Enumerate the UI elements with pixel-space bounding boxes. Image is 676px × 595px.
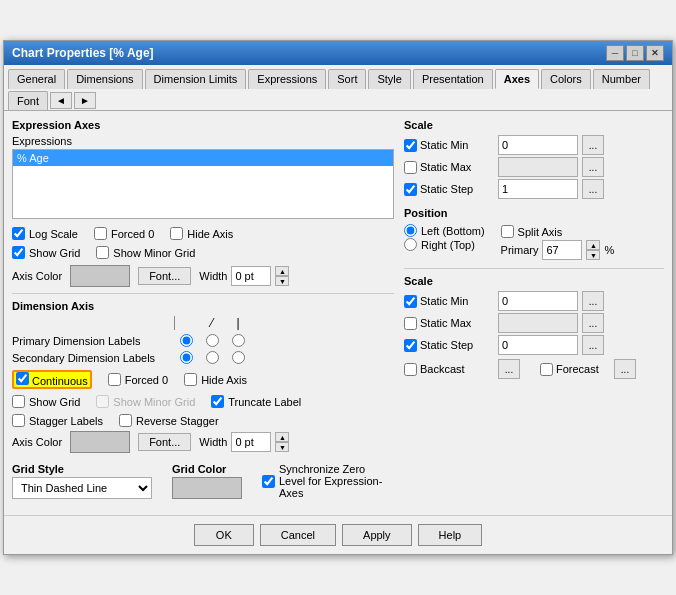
expr-width-up[interactable]: ▲	[275, 266, 289, 276]
grid-style-select[interactable]: Thin Dashed Line Dashed Line Solid Line	[12, 477, 152, 499]
tab-next-button[interactable]: ►	[74, 92, 96, 109]
forced0-dim-input[interactable]	[108, 373, 121, 386]
tab-presentation[interactable]: Presentation	[413, 69, 493, 89]
static-min-expr-input[interactable]	[404, 139, 417, 152]
sync-check[interactable]: Synchronize Zero Level for Expression-Ax…	[262, 463, 394, 499]
tab-axes[interactable]: Axes	[495, 69, 539, 89]
static-step-expr-dots[interactable]: ...	[582, 179, 604, 199]
static-max-expr-value[interactable]	[498, 157, 578, 177]
primary-down[interactable]: ▼	[586, 250, 600, 260]
static-min-expr-dots[interactable]: ...	[582, 135, 604, 155]
static-step-dim-value[interactable]	[498, 335, 578, 355]
secondary-radio-3[interactable]	[232, 351, 245, 364]
static-max-dim-input[interactable]	[404, 317, 417, 330]
show-minor-grid-check[interactable]: Show Minor Grid	[96, 246, 195, 259]
split-axis-input[interactable]	[501, 225, 514, 238]
expressions-listbox[interactable]: % Age	[12, 149, 394, 219]
show-grid-check[interactable]: Show Grid	[12, 246, 80, 259]
static-step-dim-dots[interactable]: ...	[582, 335, 604, 355]
primary-radio-2[interactable]	[206, 334, 219, 347]
tab-dimensions[interactable]: Dimensions	[67, 69, 142, 89]
static-max-expr-input[interactable]	[404, 161, 417, 174]
forced0-dim-check[interactable]: Forced 0	[108, 370, 168, 389]
grid-color-box[interactable]	[172, 477, 242, 499]
forecast-dots[interactable]: ...	[614, 359, 636, 379]
tab-prev-button[interactable]: ◄	[50, 92, 72, 109]
show-grid-input[interactable]	[12, 246, 25, 259]
backcast-check[interactable]: Backcast	[404, 363, 494, 376]
static-max-dim-check[interactable]: Static Max	[404, 317, 494, 330]
primary-up[interactable]: ▲	[586, 240, 600, 250]
forced0-expr-check[interactable]: Forced 0	[94, 227, 154, 240]
tab-general[interactable]: General	[8, 69, 65, 89]
expr-width-input[interactable]	[231, 266, 271, 286]
dim-width-up[interactable]: ▲	[275, 432, 289, 442]
static-min-dim-value[interactable]	[498, 291, 578, 311]
primary-radio-1[interactable]	[180, 334, 193, 347]
truncate-label-check[interactable]: Truncate Label	[211, 395, 301, 408]
truncate-label-input[interactable]	[211, 395, 224, 408]
tab-expressions[interactable]: Expressions	[248, 69, 326, 89]
show-minor-grid-dim-check[interactable]: Show Minor Grid	[96, 395, 195, 408]
primary-value-input[interactable]	[542, 240, 582, 260]
log-scale-input[interactable]	[12, 227, 25, 240]
show-grid-dim-input[interactable]	[12, 395, 25, 408]
static-min-dim-dots[interactable]: ...	[582, 291, 604, 311]
hide-axis-expr-check[interactable]: Hide Axis	[170, 227, 233, 240]
help-button[interactable]: Help	[418, 524, 483, 546]
tab-style[interactable]: Style	[368, 69, 410, 89]
secondary-radio-2[interactable]	[206, 351, 219, 364]
maximize-button[interactable]: □	[626, 45, 644, 61]
show-minor-grid-input[interactable]	[96, 246, 109, 259]
cancel-button[interactable]: Cancel	[260, 524, 336, 546]
sync-input[interactable]	[262, 475, 275, 488]
reverse-stagger-input[interactable]	[119, 414, 132, 427]
forced0-expr-input[interactable]	[94, 227, 107, 240]
expr-font-button[interactable]: Font...	[138, 267, 191, 285]
static-step-dim-input[interactable]	[404, 339, 417, 352]
tab-number[interactable]: Number	[593, 69, 650, 89]
hide-axis-expr-input[interactable]	[170, 227, 183, 240]
static-step-expr-input[interactable]	[404, 183, 417, 196]
expr-width-down[interactable]: ▼	[275, 276, 289, 286]
tab-dimension-limits[interactable]: Dimension Limits	[145, 69, 247, 89]
apply-button[interactable]: Apply	[342, 524, 412, 546]
log-scale-check[interactable]: Log Scale	[12, 227, 78, 240]
expr-axis-color-box[interactable]	[70, 265, 130, 287]
static-step-expr-check[interactable]: Static Step	[404, 183, 494, 196]
static-min-dim-check[interactable]: Static Min	[404, 295, 494, 308]
static-max-dim-value[interactable]	[498, 313, 578, 333]
reverse-stagger-check[interactable]: Reverse Stagger	[119, 414, 219, 427]
minimize-button[interactable]: ─	[606, 45, 624, 61]
static-min-expr-value[interactable]	[498, 135, 578, 155]
ok-button[interactable]: OK	[194, 524, 254, 546]
static-min-expr-check[interactable]: Static Min	[404, 139, 494, 152]
backcast-dots[interactable]: ...	[498, 359, 520, 379]
right-top-radio[interactable]: Right (Top)	[404, 238, 485, 251]
tab-sort[interactable]: Sort	[328, 69, 366, 89]
forecast-check[interactable]: Forecast	[540, 363, 610, 376]
show-grid-dim-check[interactable]: Show Grid	[12, 395, 80, 408]
static-max-expr-dots[interactable]: ...	[582, 157, 604, 177]
dim-axis-color-box[interactable]	[70, 431, 130, 453]
left-bottom-input[interactable]	[404, 224, 417, 237]
left-bottom-radio[interactable]: Left (Bottom)	[404, 224, 485, 237]
dim-font-button[interactable]: Font...	[138, 433, 191, 451]
tab-font[interactable]: Font	[8, 91, 48, 110]
dim-width-input[interactable]	[231, 432, 271, 452]
hide-axis-dim-input[interactable]	[184, 373, 197, 386]
dim-width-down[interactable]: ▼	[275, 442, 289, 452]
static-max-expr-check[interactable]: Static Max	[404, 161, 494, 174]
static-step-expr-value[interactable]	[498, 179, 578, 199]
tab-colors[interactable]: Colors	[541, 69, 591, 89]
static-step-dim-check[interactable]: Static Step	[404, 339, 494, 352]
stagger-labels-check[interactable]: Stagger Labels	[12, 414, 103, 427]
close-button[interactable]: ✕	[646, 45, 664, 61]
split-axis-check[interactable]: Split Axis	[501, 225, 615, 238]
continuous-input[interactable]	[16, 372, 29, 385]
right-top-input[interactable]	[404, 238, 417, 251]
secondary-radio-1[interactable]	[180, 351, 193, 364]
static-min-dim-input[interactable]	[404, 295, 417, 308]
static-max-dim-dots[interactable]: ...	[582, 313, 604, 333]
backcast-input[interactable]	[404, 363, 417, 376]
